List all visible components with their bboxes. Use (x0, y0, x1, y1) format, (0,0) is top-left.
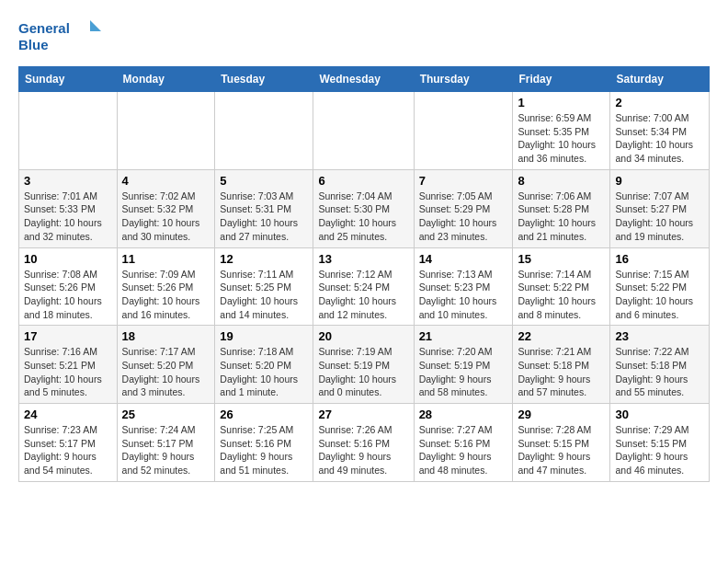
calendar-cell: 24Sunrise: 7:23 AM Sunset: 5:17 PM Dayli… (19, 404, 118, 482)
svg-text:General: General (18, 20, 70, 36)
day-number: 24 (24, 408, 112, 421)
calendar-cell: 8Sunrise: 7:06 AM Sunset: 5:28 PM Daylig… (513, 169, 610, 247)
calendar-cell: 25Sunrise: 7:24 AM Sunset: 5:17 PM Dayli… (117, 404, 215, 482)
calendar-cell: 10Sunrise: 7:08 AM Sunset: 5:26 PM Dayli… (19, 247, 118, 326)
calendar-cell: 4Sunrise: 7:02 AM Sunset: 5:32 PM Daylig… (117, 169, 215, 247)
calendar-cell: 29Sunrise: 7:28 AM Sunset: 5:15 PM Dayli… (513, 404, 610, 482)
day-info: Sunrise: 7:20 AM Sunset: 5:19 PM Dayligh… (419, 345, 508, 399)
calendar-cell: 13Sunrise: 7:12 AM Sunset: 5:24 PM Dayli… (313, 247, 414, 326)
calendar-cell: 9Sunrise: 7:07 AM Sunset: 5:27 PM Daylig… (610, 169, 710, 247)
day-info: Sunrise: 7:15 AM Sunset: 5:22 PM Dayligh… (615, 268, 704, 322)
day-info: Sunrise: 7:01 AM Sunset: 5:33 PM Dayligh… (24, 190, 112, 244)
weekday-header: Wednesday (313, 67, 414, 92)
day-number: 21 (419, 329, 508, 343)
calendar-cell: 16Sunrise: 7:15 AM Sunset: 5:22 PM Dayli… (610, 247, 710, 326)
calendar-cell: 5Sunrise: 7:03 AM Sunset: 5:31 PM Daylig… (215, 169, 313, 247)
day-number: 8 (518, 174, 605, 188)
calendar-cell (19, 92, 118, 170)
day-number: 22 (518, 329, 605, 343)
calendar-cell: 1Sunrise: 6:59 AM Sunset: 5:35 PM Daylig… (513, 92, 610, 170)
day-info: Sunrise: 6:59 AM Sunset: 5:35 PM Dayligh… (518, 111, 605, 166)
day-number: 25 (122, 408, 210, 421)
weekday-header: Monday (117, 67, 215, 92)
weekday-header: Saturday (610, 67, 710, 92)
day-info: Sunrise: 7:04 AM Sunset: 5:30 PM Dayligh… (318, 190, 408, 244)
calendar-cell: 2Sunrise: 7:00 AM Sunset: 5:34 PM Daylig… (610, 92, 710, 170)
calendar-cell (313, 92, 414, 170)
calendar-cell: 7Sunrise: 7:05 AM Sunset: 5:29 PM Daylig… (414, 169, 513, 247)
day-info: Sunrise: 7:22 AM Sunset: 5:18 PM Dayligh… (615, 345, 704, 399)
day-number: 3 (24, 174, 112, 188)
svg-marker-2 (90, 20, 101, 31)
day-number: 7 (419, 174, 508, 188)
weekday-header: Tuesday (215, 67, 313, 92)
day-number: 6 (318, 174, 408, 188)
day-number: 23 (615, 329, 704, 343)
calendar-cell: 26Sunrise: 7:25 AM Sunset: 5:16 PM Dayli… (215, 404, 313, 482)
day-number: 15 (518, 252, 605, 266)
day-number: 11 (122, 252, 210, 266)
day-info: Sunrise: 7:00 AM Sunset: 5:34 PM Dayligh… (615, 111, 704, 166)
day-number: 30 (615, 408, 704, 421)
calendar-cell: 14Sunrise: 7:13 AM Sunset: 5:23 PM Dayli… (414, 247, 513, 326)
day-number: 12 (220, 252, 308, 266)
calendar-cell: 11Sunrise: 7:09 AM Sunset: 5:26 PM Dayli… (117, 247, 215, 326)
day-info: Sunrise: 7:12 AM Sunset: 5:24 PM Dayligh… (318, 268, 408, 322)
day-number: 19 (220, 329, 308, 343)
calendar-cell: 17Sunrise: 7:16 AM Sunset: 5:21 PM Dayli… (19, 326, 118, 404)
calendar-table: SundayMondayTuesdayWednesdayThursdayFrid… (18, 66, 710, 482)
day-info: Sunrise: 7:08 AM Sunset: 5:26 PM Dayligh… (24, 268, 112, 322)
day-number: 17 (24, 329, 112, 343)
calendar-cell (117, 92, 215, 170)
day-number: 28 (419, 408, 508, 421)
day-number: 9 (615, 174, 704, 188)
calendar-cell: 30Sunrise: 7:29 AM Sunset: 5:15 PM Dayli… (610, 404, 710, 482)
day-info: Sunrise: 7:09 AM Sunset: 5:26 PM Dayligh… (122, 268, 210, 322)
day-number: 18 (122, 329, 210, 343)
day-number: 1 (518, 96, 605, 109)
day-info: Sunrise: 7:13 AM Sunset: 5:23 PM Dayligh… (419, 268, 508, 322)
day-info: Sunrise: 7:27 AM Sunset: 5:16 PM Dayligh… (419, 423, 508, 477)
day-info: Sunrise: 7:28 AM Sunset: 5:15 PM Dayligh… (518, 423, 605, 477)
day-number: 2 (615, 96, 704, 109)
day-info: Sunrise: 7:02 AM Sunset: 5:32 PM Dayligh… (122, 190, 210, 244)
day-number: 16 (615, 252, 704, 266)
general-blue-logo: General Blue (18, 15, 101, 55)
svg-text:Blue: Blue (18, 37, 49, 52)
day-info: Sunrise: 7:03 AM Sunset: 5:31 PM Dayligh… (220, 190, 308, 244)
day-info: Sunrise: 7:26 AM Sunset: 5:16 PM Dayligh… (318, 423, 408, 477)
calendar-cell: 12Sunrise: 7:11 AM Sunset: 5:25 PM Dayli… (215, 247, 313, 326)
day-number: 27 (318, 408, 408, 421)
calendar-cell: 27Sunrise: 7:26 AM Sunset: 5:16 PM Dayli… (313, 404, 414, 482)
day-number: 29 (518, 408, 605, 421)
calendar-cell: 23Sunrise: 7:22 AM Sunset: 5:18 PM Dayli… (610, 326, 710, 404)
day-info: Sunrise: 7:06 AM Sunset: 5:28 PM Dayligh… (518, 190, 605, 244)
calendar-cell: 15Sunrise: 7:14 AM Sunset: 5:22 PM Dayli… (513, 247, 610, 326)
day-info: Sunrise: 7:24 AM Sunset: 5:17 PM Dayligh… (122, 423, 210, 477)
logo: General Blue (18, 15, 101, 55)
day-info: Sunrise: 7:29 AM Sunset: 5:15 PM Dayligh… (615, 423, 704, 477)
day-number: 5 (220, 174, 308, 188)
day-info: Sunrise: 7:23 AM Sunset: 5:17 PM Dayligh… (24, 423, 112, 477)
calendar-cell: 28Sunrise: 7:27 AM Sunset: 5:16 PM Dayli… (414, 404, 513, 482)
calendar-cell: 6Sunrise: 7:04 AM Sunset: 5:30 PM Daylig… (313, 169, 414, 247)
day-info: Sunrise: 7:07 AM Sunset: 5:27 PM Dayligh… (615, 190, 704, 244)
day-number: 26 (220, 408, 308, 421)
weekday-header: Thursday (414, 67, 513, 92)
day-info: Sunrise: 7:19 AM Sunset: 5:19 PM Dayligh… (318, 345, 408, 399)
day-number: 4 (122, 174, 210, 188)
day-number: 13 (318, 252, 408, 266)
day-number: 14 (419, 252, 508, 266)
calendar-cell (215, 92, 313, 170)
day-number: 20 (318, 329, 408, 343)
day-info: Sunrise: 7:17 AM Sunset: 5:20 PM Dayligh… (122, 345, 210, 399)
calendar-cell: 19Sunrise: 7:18 AM Sunset: 5:20 PM Dayli… (215, 326, 313, 404)
day-number: 10 (24, 252, 112, 266)
weekday-header: Friday (513, 67, 610, 92)
day-info: Sunrise: 7:25 AM Sunset: 5:16 PM Dayligh… (220, 423, 308, 477)
calendar-cell: 22Sunrise: 7:21 AM Sunset: 5:18 PM Dayli… (513, 326, 610, 404)
day-info: Sunrise: 7:05 AM Sunset: 5:29 PM Dayligh… (419, 190, 508, 244)
day-info: Sunrise: 7:11 AM Sunset: 5:25 PM Dayligh… (220, 268, 308, 322)
calendar-cell: 21Sunrise: 7:20 AM Sunset: 5:19 PM Dayli… (414, 326, 513, 404)
calendar-cell: 3Sunrise: 7:01 AM Sunset: 5:33 PM Daylig… (19, 169, 118, 247)
